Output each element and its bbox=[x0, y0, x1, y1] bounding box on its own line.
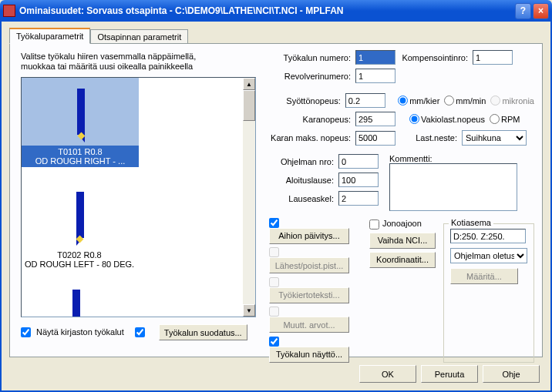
show-library-checkbox-input[interactable] bbox=[21, 327, 31, 337]
close-icon[interactable]: × bbox=[533, 3, 549, 19]
tool-list[interactable]: T0101 R0.8 OD ROUGH RIGHT - ... T0202 R0… bbox=[21, 77, 256, 317]
home-position-legend: Kotiasema bbox=[449, 218, 493, 227]
feed-unit-mmkier-radio[interactable] bbox=[398, 95, 408, 106]
compensation-input[interactable] bbox=[473, 50, 513, 65]
comment-label: Kommentti: bbox=[389, 154, 517, 163]
define-button: Määritä... bbox=[450, 268, 518, 284]
tool-item-code: T0101 R0.8 bbox=[22, 147, 139, 156]
max-spindle-input[interactable] bbox=[355, 131, 395, 146]
instructions-text: Valitse työkalu hiiren vasemmalla näppäi… bbox=[21, 52, 221, 72]
home-position-display bbox=[450, 229, 526, 243]
coolant-select[interactable]: Suihkuna bbox=[462, 130, 527, 146]
program-number-input[interactable] bbox=[338, 154, 379, 169]
help-button[interactable]: Ohje bbox=[483, 365, 540, 383]
scrollbar[interactable]: ▲ ▼ bbox=[243, 78, 255, 317]
comment-textarea[interactable] bbox=[389, 163, 517, 211]
queue-checkbox[interactable] bbox=[369, 219, 379, 230]
tool-number-label: Työkalun numero: bbox=[269, 53, 355, 62]
tool-display-button[interactable]: Työkalun näyttö... bbox=[269, 347, 349, 363]
scroll-thumb[interactable] bbox=[243, 90, 255, 121]
coordinates-button[interactable]: Koordinaatit... bbox=[369, 252, 436, 268]
lahest-checkbox bbox=[269, 247, 279, 257]
coolant-label: Last.neste: bbox=[395, 133, 462, 142]
scroll-up-icon[interactable]: ▲ bbox=[243, 78, 255, 90]
tool-item-partial[interactable] bbox=[72, 290, 80, 317]
variable-values-button: Muutt. arvot... bbox=[269, 317, 349, 333]
ok-button[interactable]: OK bbox=[359, 365, 416, 383]
stock-update-button[interactable]: Aihion päivitys... bbox=[269, 228, 349, 244]
program-number-label: Ohjelman nro: bbox=[269, 157, 338, 166]
spindle-css-radio[interactable] bbox=[409, 114, 419, 124]
help-icon[interactable]: ? bbox=[515, 3, 531, 19]
window-title: Ominaisuudet: Sorvaus otsapinta - C:\DEM… bbox=[19, 5, 515, 16]
feed-unit-mmmin-radio[interactable] bbox=[444, 95, 454, 106]
change-nci-button[interactable]: Vaihda NCI... bbox=[369, 233, 436, 249]
tool-item-t0202[interactable]: T0202 R0.8 OD ROUGH LEFT - 80 DEG. bbox=[22, 184, 137, 270]
tab-panel: Valitse työkalu hiiren vasemmalla näppäi… bbox=[9, 43, 543, 357]
queue-label: Jonoajoon bbox=[382, 219, 422, 228]
tool-item-desc: OD ROUGH LEFT - 80 DEG. bbox=[22, 260, 137, 269]
tyokalun-checkbox[interactable] bbox=[269, 337, 279, 347]
compensation-label: Kompensointinro: bbox=[395, 53, 473, 62]
home-position-select[interactable]: Ohjelman oletus bbox=[450, 248, 527, 263]
canned-text-button: Työkiertoteksti... bbox=[269, 287, 349, 303]
tool-item-t0101[interactable]: T0101 R0.8 OD ROUGH RIGHT - ... bbox=[22, 78, 139, 167]
turret-number-label: Revolverinumero: bbox=[269, 72, 355, 81]
filter-checkbox[interactable] bbox=[135, 327, 145, 337]
muutt-checkbox bbox=[269, 307, 279, 317]
spindle-rpm-radio[interactable] bbox=[490, 114, 500, 124]
spindle-speed-input[interactable] bbox=[355, 112, 395, 126]
window-body: Työkaluparametrit Otsapinnan parametrit … bbox=[0, 22, 552, 392]
feedrate-label: Syöttönopeus: bbox=[269, 96, 345, 106]
tab-tool-parameters[interactable]: Työkaluparametrit bbox=[9, 28, 90, 44]
tool-item-code: T0202 R0.8 bbox=[22, 250, 137, 260]
scroll-down-icon[interactable]: ▼ bbox=[243, 304, 255, 317]
feedrate-input[interactable] bbox=[345, 93, 385, 108]
spindle-speed-label: Karanopeus: bbox=[269, 115, 355, 124]
show-library-checkbox[interactable]: Näytä kirjaston työkalut bbox=[21, 327, 124, 338]
titlebar: Ominaisuudet: Sorvaus otsapinta - C:\DEM… bbox=[0, 0, 552, 22]
approach-retract-button: Lähest/poist.pist... bbox=[269, 257, 349, 273]
start-line-input[interactable] bbox=[338, 173, 379, 187]
start-line-label: Aloituslause: bbox=[269, 176, 338, 185]
line-step-input[interactable] bbox=[338, 191, 379, 206]
tool-item-desc: OD ROUGH RIGHT - ... bbox=[22, 156, 139, 166]
cancel-button[interactable]: Peruuta bbox=[421, 365, 478, 383]
max-spindle-label: Karan maks. nopeus: bbox=[269, 133, 355, 142]
line-step-label: Lauseaskel: bbox=[269, 194, 338, 203]
tool-number-input[interactable] bbox=[355, 50, 395, 65]
app-icon bbox=[3, 5, 15, 17]
feed-unit-micron-radio bbox=[490, 95, 500, 106]
aihion-checkbox[interactable] bbox=[269, 218, 279, 228]
tool-filter-button[interactable]: Työkalun suodatus... bbox=[159, 324, 247, 340]
tyokierto-checkbox bbox=[269, 277, 279, 287]
turret-number-input[interactable] bbox=[355, 69, 395, 83]
